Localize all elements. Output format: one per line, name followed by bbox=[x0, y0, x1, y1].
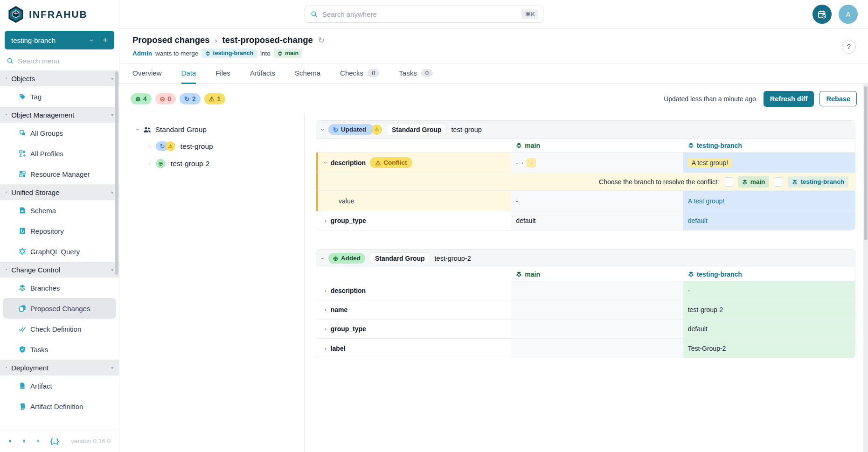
branch-icon bbox=[278, 51, 283, 56]
groups-icon bbox=[19, 129, 26, 137]
sidebar-item-all-groups[interactable]: All Groups bbox=[3, 123, 116, 143]
property-cell: › label bbox=[318, 339, 511, 358]
option-label: testing-branch bbox=[800, 178, 844, 185]
tab-label: Schema bbox=[295, 69, 320, 77]
property-cell: › group_type bbox=[318, 211, 511, 230]
tab-files[interactable]: Files bbox=[215, 63, 230, 84]
status-badge-added: ⊕ Added bbox=[328, 253, 365, 264]
sidebar-item-schema[interactable]: Schema bbox=[3, 200, 116, 221]
main-branch-option-badge: main bbox=[738, 176, 770, 188]
item-label: Tag bbox=[30, 93, 42, 101]
refresh-diff-button[interactable]: Refresh diff bbox=[764, 91, 814, 107]
table-row-description[interactable]: › description - bbox=[316, 281, 855, 300]
tab-schema[interactable]: Schema bbox=[295, 63, 320, 84]
property-cell: › description ⚠ Conflict bbox=[318, 153, 511, 173]
sidebar-item-resource-manager[interactable]: Resource Manager bbox=[3, 164, 116, 184]
global-search-input[interactable] bbox=[322, 10, 517, 18]
branch-value: test-group-2 bbox=[688, 306, 723, 313]
branch-value: A test group! bbox=[688, 158, 732, 167]
tab-count-badge: 0 bbox=[421, 69, 433, 77]
sidebar-item-graphql-query[interactable]: GraphQL Query bbox=[3, 241, 116, 262]
chevron-down-icon: › bbox=[135, 129, 141, 131]
sidebar-item-all-profiles[interactable]: All Profiles bbox=[3, 143, 116, 164]
property-cell: › group_type bbox=[318, 320, 511, 338]
sidebar-item-proposed-changes[interactable]: Proposed Changes bbox=[3, 298, 116, 319]
sidebar-item-tag[interactable]: Tag bbox=[3, 86, 116, 107]
dot-icon: • bbox=[6, 76, 7, 81]
sidebar-item-check-definition[interactable]: Check Definition bbox=[3, 319, 116, 339]
global-search[interactable]: ⌘K bbox=[305, 6, 543, 23]
item-label: Branches bbox=[30, 284, 60, 292]
infrahub-logo-icon bbox=[7, 5, 24, 24]
tab-tasks[interactable]: Tasks0 bbox=[399, 63, 433, 84]
sidebar-item-repository[interactable]: Repository bbox=[3, 221, 116, 241]
section-objects[interactable]: • Objects ▾ bbox=[0, 70, 119, 86]
conflict-chip: ⚠ bbox=[166, 141, 175, 151]
object-name: test-group-2 bbox=[435, 255, 471, 262]
menu-search-input[interactable] bbox=[18, 57, 112, 65]
branch-selector[interactable]: testing-branch › + bbox=[5, 31, 114, 49]
tree-node-test-group-2[interactable]: ○ ⊕ test-group-2 bbox=[148, 159, 295, 168]
section-unified-storage[interactable]: • Unified Storage ▾ bbox=[0, 184, 119, 200]
calendar-clock-icon bbox=[818, 10, 827, 19]
avatar[interactable]: A bbox=[839, 5, 858, 24]
updated-count: 2 bbox=[192, 95, 196, 103]
tree-node-standard-group[interactable]: › Standard Group bbox=[137, 125, 295, 134]
branch-icon bbox=[688, 142, 694, 148]
status-label: Added bbox=[341, 255, 361, 262]
tab-overview[interactable]: Overview bbox=[132, 63, 162, 84]
rebase-button[interactable]: Rebase bbox=[819, 91, 857, 106]
card-header[interactable]: › ⊕ Added Standard Group test-group-2 bbox=[316, 250, 855, 267]
property-cell: value bbox=[318, 191, 511, 211]
git-diff-icon[interactable] bbox=[8, 437, 12, 445]
bullet-icon: ○ bbox=[148, 144, 151, 148]
sidebar-scrollbar-thumb[interactable] bbox=[115, 71, 118, 275]
tab-data[interactable]: Data bbox=[181, 63, 196, 84]
main-value: default bbox=[516, 217, 535, 224]
branch-value: default bbox=[688, 217, 708, 224]
chevron-down-icon: › bbox=[323, 162, 328, 164]
column-label: testing-branch bbox=[697, 271, 742, 278]
refresh-icon[interactable]: ↻ bbox=[318, 35, 325, 45]
main-branch-checkbox[interactable] bbox=[724, 177, 733, 187]
card-header[interactable]: › ↻ Updated ⚠ Standard Group test-group bbox=[316, 121, 855, 139]
status-label: Updated bbox=[341, 126, 366, 133]
sidebar-item-artifact[interactable]: Artifact bbox=[3, 376, 116, 396]
testing-branch-checkbox[interactable] bbox=[774, 177, 783, 187]
breadcrumb-root[interactable]: Proposed changes bbox=[132, 35, 210, 45]
schedule-button[interactable] bbox=[812, 5, 832, 24]
graphql-icon bbox=[19, 248, 26, 255]
table-row-group-type[interactable]: › group_type default bbox=[316, 320, 855, 339]
warning-icon: ⚠ bbox=[209, 95, 215, 103]
table-row-name[interactable]: › name test-group-2 bbox=[316, 300, 855, 320]
section-change-control[interactable]: • Change Control ▾ bbox=[0, 262, 119, 278]
page-scrollbar-thumb[interactable] bbox=[864, 86, 868, 240]
tree-node-label: test-group bbox=[181, 142, 213, 151]
menu-search[interactable] bbox=[0, 57, 119, 70]
table-row-label[interactable]: › label Test-Group-2 bbox=[316, 339, 855, 358]
branch-value-cell: - bbox=[683, 281, 855, 300]
table-row-group-type[interactable]: › group_type default default bbox=[316, 211, 855, 230]
brand-header[interactable]: INFRAHUB bbox=[0, 0, 119, 29]
testing-branch-column-header: testing-branch bbox=[683, 139, 855, 152]
section-deployment[interactable]: • Deployment ▾ bbox=[0, 360, 119, 376]
merge-text: wants to merge bbox=[155, 50, 198, 57]
sidebar-item-artifact-definition[interactable]: Artifact Definition bbox=[3, 396, 116, 417]
empty-header-cell bbox=[318, 267, 511, 281]
tree-node-test-group[interactable]: ○ ↻ ⚠ test-group bbox=[148, 141, 295, 151]
tab-checks[interactable]: Checks0 bbox=[340, 63, 379, 84]
page-scrollbar[interactable] bbox=[863, 83, 868, 452]
into-text: into bbox=[260, 50, 271, 57]
tab-artifacts[interactable]: Artifacts bbox=[250, 63, 275, 84]
add-branch-button[interactable]: + bbox=[103, 35, 108, 45]
openapi-braces-icon[interactable]: {...} bbox=[50, 438, 59, 445]
section-object-management[interactable]: • Object Management ▾ bbox=[0, 107, 119, 123]
help-button[interactable]: ? bbox=[842, 40, 856, 54]
main-column-header: main bbox=[511, 139, 683, 152]
sidebar-item-tasks[interactable]: Tasks bbox=[3, 339, 116, 360]
graphql-sandbox-icon[interactable] bbox=[36, 437, 40, 445]
docs-icon[interactable] bbox=[22, 437, 26, 445]
chevron-down-icon: › bbox=[88, 39, 96, 42]
sidebar-item-branches[interactable]: Branches bbox=[3, 278, 116, 298]
table-row-description[interactable]: › description ⚠ Conflict - › - bbox=[316, 153, 855, 173]
